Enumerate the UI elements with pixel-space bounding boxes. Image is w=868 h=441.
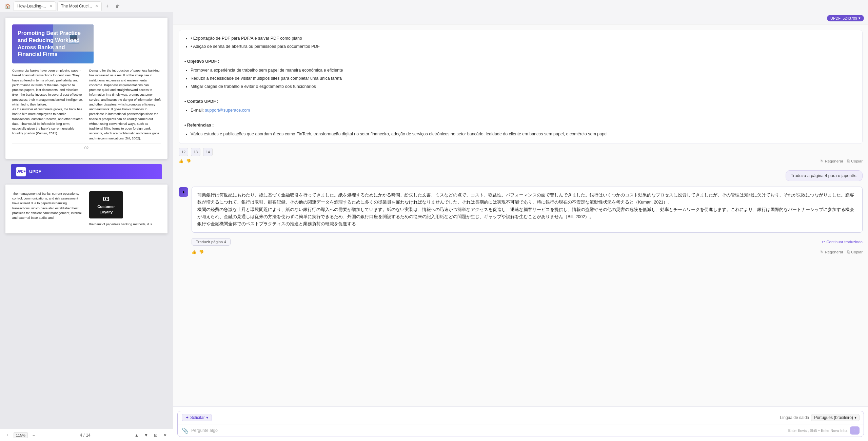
page2-header: Promoting Best Practice and Reducing Wor… <box>12 24 161 63</box>
page2-columns: Commercial banks have been employing pap… <box>12 68 161 141</box>
add-page-button[interactable]: + <box>4 432 12 439</box>
translation-content: 商業銀行は何世紀にもわたり、紙に基づく金融取引を行ってきました。紙を処理するため… <box>192 187 863 233</box>
updf-banner: UPDF UPDF <box>11 164 162 179</box>
translation-footer: Traduzir página 4 ↩ Continuar traduzindo <box>192 238 863 246</box>
lingua-section: Língua de saída Português (brasileiro) ▾ <box>780 414 860 421</box>
tab-bar: 🏠 How-Leading-... ✕ The Most Cruci... ✕ … <box>0 0 868 12</box>
hero-title: Promoting Best Practice and Reducing Wor… <box>18 30 88 58</box>
user-message-1: Traduza a página 4 para o japonês. <box>179 170 863 181</box>
main-content: Promoting Best Practice and Reducing Wor… <box>0 12 868 441</box>
send-button[interactable]: ↑ <box>850 426 860 435</box>
contact-label: • Contato UPDF : <box>184 99 218 104</box>
regenerate-icon-2: ↻ <box>820 250 824 254</box>
page2-hero: Promoting Best Practice and Reducing Wor… <box>12 24 94 63</box>
ai-header: UPDF_5243709 ▾ <box>173 12 868 24</box>
page3-section-box: 03 Customer Loyalty <box>89 191 123 218</box>
ai-avatar-icon: ✦ <box>179 187 188 197</box>
assistant-message-1-content: • Exportação de PDF para PDF/A e salvar … <box>179 30 863 144</box>
ai-input-area: ✦ Solicitar ▾ Língua de saída Português … <box>173 406 868 441</box>
thumbs-up-button-2[interactable]: 👍 <box>192 250 196 254</box>
fit-page-button[interactable]: ⊡ <box>152 432 159 439</box>
pdf-toolbar: + 115% − 4 / 14 ▲ ▼ ⊡ ✕ <box>0 429 173 441</box>
ai-panel: UPDF_5243709 ▾ • Exportação de PDF para … <box>173 12 868 441</box>
page-btn-12[interactable]: 12 <box>179 148 188 156</box>
copy-button-2[interactable]: ⎘ Copiar <box>847 250 863 254</box>
copy-icon-2: ⎘ <box>847 250 850 254</box>
pdf-viewer: Promoting Best Practice and Reducing Wor… <box>0 12 173 441</box>
page2-col2: Demand for the introduction of paperless… <box>89 68 161 141</box>
tab-2-close[interactable]: ✕ <box>95 4 98 8</box>
lingua-select[interactable]: Português (brasileiro) ▾ <box>811 414 860 421</box>
page3-columns: The management of banks' current operati… <box>12 191 161 227</box>
prev-page-button[interactable]: ▲ <box>133 432 140 439</box>
copy-icon: ⎘ <box>847 159 850 163</box>
tab-1[interactable]: How-Leading-... ✕ <box>14 1 56 11</box>
email-link[interactable]: support@superace.com <box>205 108 250 113</box>
regenerate-button-1[interactable]: ↻ Regenerar <box>820 159 843 164</box>
page2-col1: Commercial banks have been employing pap… <box>12 68 84 141</box>
page3-col1-text: The management of banks' current operati… <box>12 191 84 220</box>
references-text: Vários estudos e publicações que abordam… <box>191 131 857 137</box>
translate-page-button[interactable]: Traduzir página 4 <box>192 238 231 246</box>
message-2-actions: 👍 👎 ↻ Regenerar ⎘ Copiar <box>192 248 863 256</box>
trash-button[interactable]: 🗑 <box>115 3 120 9</box>
tab-1-label: How-Leading-... <box>17 4 46 8</box>
page-btn-13[interactable]: 13 <box>191 148 200 156</box>
continue-translating-link[interactable]: ↩ Continuar traduzindo <box>822 239 863 244</box>
references-label: • Referências : <box>184 123 214 128</box>
user-badge-text: UPDF_5243709 <box>830 16 857 20</box>
tab-2-label: The Most Cruci... <box>61 4 92 8</box>
objective-label: • Objetivo UPDF : <box>184 59 219 64</box>
contact-email: E-mail: support@superace.com <box>191 107 857 114</box>
objective-item-1: Promover a experiência de trabalho sem p… <box>191 67 857 74</box>
objective-item-3: Mitigar cargas de trabalho e evitar o es… <box>191 83 857 90</box>
page3-col2: 03 Customer Loyalty the bank of paperles… <box>89 191 161 227</box>
chevron-down-icon: ▾ <box>859 16 861 20</box>
tab-2[interactable]: The Most Cruci... ✕ <box>57 1 102 11</box>
ai-input-box: ✦ Solicitar ▾ Língua de saída Português … <box>177 411 864 437</box>
ai-messages: • Exportação de PDF para PDF/A e salvar … <box>173 24 868 406</box>
attachment-button[interactable]: 📎 <box>182 427 189 434</box>
page3-section-label: Customer Loyalty <box>93 204 120 215</box>
regenerate-button-2[interactable]: ↻ Regenerar <box>820 250 843 254</box>
pdf-toolbar-left: + 115% − <box>4 432 37 439</box>
lingua-chevron-icon: ▾ <box>854 415 856 420</box>
col2-text: Demand for the introduction of paperless… <box>89 68 161 141</box>
action-buttons-right-2: ↻ Regenerar ⎘ Copiar <box>820 250 863 254</box>
assistant-message-1: • Exportação de PDF para PDF/A e salvar … <box>179 30 863 165</box>
tab-1-close[interactable]: ✕ <box>50 4 52 8</box>
page-btn-14[interactable]: 14 <box>203 148 213 156</box>
updf-logo: UPDF <box>16 167 26 176</box>
col1-text: Commercial banks have been employing pap… <box>12 68 84 136</box>
home-button[interactable]: 🏠 <box>3 1 12 11</box>
solicitar-chevron-icon: ▾ <box>206 415 208 420</box>
page-indicator: 4 / 14 <box>80 433 90 438</box>
feedback-buttons: 👍 👎 <box>179 159 191 164</box>
thumbs-down-button[interactable]: 👎 <box>186 159 191 164</box>
page2-number: 02 <box>12 143 161 152</box>
copy-button-1[interactable]: ⎘ Copiar <box>847 159 863 164</box>
feature-item-1: • Exportação de PDF para PDF/A e salvar … <box>191 35 857 42</box>
objective-item-2: Reduzir a necessidade de visitar múltipl… <box>191 75 857 82</box>
lingua-value: Português (brasileiro) <box>814 415 853 420</box>
thumbs-up-button[interactable]: 👍 <box>179 159 183 164</box>
user-badge[interactable]: UPDF_5243709 ▾ <box>827 15 864 21</box>
feedback-buttons-2: 👍 👎 <box>192 250 204 254</box>
ai-input-top-row: ✦ Solicitar ▾ Língua de saída Português … <box>178 411 864 424</box>
add-tab-button[interactable]: + <box>103 2 111 10</box>
next-page-button[interactable]: ▼ <box>142 432 150 439</box>
thumbs-down-button-2[interactable]: 👎 <box>199 250 204 254</box>
page3-section-num: 03 <box>93 195 120 204</box>
sparkle-icon: ✦ <box>185 415 189 420</box>
feature-item-2: • Adição de senha de abertura ou permiss… <box>191 43 857 50</box>
pdf-toolbar-right: ▲ ▼ ⊡ ✕ <box>133 432 169 439</box>
pdf-page-2: Promoting Best Practice and Reducing Wor… <box>5 18 167 159</box>
user-bubble-1: Traduza a página 4 para o japonês. <box>786 170 863 181</box>
zoom-out-button[interactable]: − <box>30 432 37 439</box>
action-buttons-right: ↻ Regenerar ⎘ Copiar <box>820 159 863 164</box>
continue-arrow-icon: ↩ <box>822 239 825 244</box>
close-pdf-button[interactable]: ✕ <box>161 432 169 439</box>
solicitar-button[interactable]: ✦ Solicitar ▾ <box>182 414 212 421</box>
translation-text: 商業銀行は何世紀にもわたり、紙に基づく金融取引を行ってきました。紙を処理するため… <box>197 192 857 228</box>
chat-input[interactable]: Pergunte algo <box>191 428 786 433</box>
